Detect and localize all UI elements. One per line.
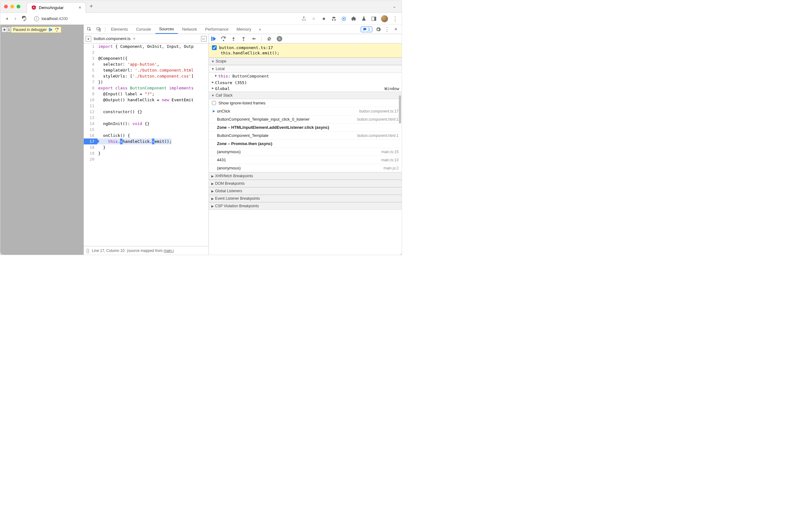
- code-line[interactable]: 4 selector: 'app-button',: [84, 61, 209, 67]
- extension-panel-icon[interactable]: [371, 16, 377, 22]
- gutter-line-number[interactable]: 15: [84, 127, 97, 133]
- callstack-frame[interactable]: Zone – Promise.then (async): [209, 140, 402, 148]
- step-into-icon[interactable]: [231, 36, 236, 42]
- code-line[interactable]: 18 }: [84, 145, 209, 150]
- step-mini-icon[interactable]: [55, 27, 59, 32]
- code-line[interactable]: 2: [84, 50, 209, 55]
- frame-location[interactable]: main.ts:15: [381, 150, 399, 154]
- profile-avatar[interactable]: [381, 15, 388, 22]
- code-line[interactable]: 10 @Output() handleClick = new EventEmit: [84, 97, 209, 103]
- devtools-menu-icon[interactable]: ⋮: [384, 26, 390, 33]
- close-file-icon[interactable]: ×: [133, 36, 136, 41]
- tab-console[interactable]: Console: [132, 25, 155, 34]
- scope-this-row[interactable]: ▶this:ButtonComponent: [209, 73, 402, 79]
- global-listeners-header[interactable]: ▶Global Listeners: [209, 187, 402, 195]
- tabs-menu-icon[interactable]: ⌄: [393, 4, 396, 9]
- gutter-line-number[interactable]: 16: [84, 133, 97, 138]
- scrollbar-thumb[interactable]: [399, 95, 401, 124]
- gutter-line-number[interactable]: 19: [84, 150, 97, 156]
- gutter-line-number[interactable]: 9: [84, 91, 97, 97]
- code-line[interactable]: 15: [84, 127, 209, 133]
- scope-closure-row[interactable]: ▶Closure (355): [209, 80, 402, 86]
- dom-breakpoints-header[interactable]: ▶DOM Breakpoints: [209, 180, 402, 187]
- xhr-breakpoints-header[interactable]: ▶XHR/fetch Breakpoints: [209, 172, 402, 180]
- code-line[interactable]: 9 @Input() label = "?";: [84, 91, 209, 97]
- callstack-frame[interactable]: (anonymous)main.js:2: [209, 164, 402, 172]
- code-line[interactable]: 16 onClick() {: [84, 133, 209, 138]
- gutter-line-number[interactable]: 8: [84, 85, 97, 91]
- maximize-window-button[interactable]: [17, 5, 20, 8]
- tab-memory[interactable]: Memory: [233, 25, 255, 34]
- show-ignored-row[interactable]: Show ignore-listed frames: [209, 99, 402, 107]
- gutter-line-number[interactable]: 2: [84, 50, 97, 55]
- forward-button[interactable]: [13, 16, 18, 22]
- callstack-frame[interactable]: (anonymous)main.ts:15: [209, 148, 402, 156]
- site-info-icon[interactable]: i: [34, 16, 39, 21]
- show-ignored-checkbox[interactable]: [212, 101, 216, 105]
- breakpoint-location[interactable]: button.component.ts:17: [219, 45, 273, 50]
- code-line[interactable]: 5 templateUrl: './button.component.html: [84, 67, 209, 73]
- code-line[interactable]: 17 this.▸handleClick.▸emit();: [84, 138, 209, 145]
- reload-button[interactable]: [22, 16, 27, 22]
- navigator-toggle-icon[interactable]: ▸: [85, 36, 91, 42]
- tab-network[interactable]: Network: [178, 25, 201, 34]
- resume-icon[interactable]: [211, 36, 216, 42]
- gutter-line-number[interactable]: 11: [84, 103, 97, 109]
- gutter-line-number[interactable]: 10: [84, 97, 97, 103]
- extension-incognito-icon[interactable]: [331, 16, 337, 22]
- callstack-frame[interactable]: ➤onClickbutton.component.ts:17: [209, 107, 402, 115]
- browser-tab[interactable]: DemoAngular ×: [26, 2, 86, 13]
- pause-exceptions-icon[interactable]: II: [276, 36, 282, 42]
- code-line[interactable]: 14 ngOnInit(): void {}: [84, 121, 209, 127]
- gutter-line-number[interactable]: 17: [84, 138, 97, 145]
- callstack-frame[interactable]: Zone – HTMLInputElement.addEventListener…: [209, 124, 402, 132]
- address-field[interactable]: i localhost:4200: [30, 16, 298, 21]
- callstack-header[interactable]: ▼Call Stack: [209, 92, 402, 99]
- issues-badge[interactable]: 1: [361, 26, 372, 32]
- gutter-line-number[interactable]: 7: [84, 79, 97, 85]
- step-out-icon[interactable]: [241, 36, 246, 42]
- extension-flask-icon[interactable]: [361, 16, 367, 22]
- gutter-line-number[interactable]: 14: [84, 121, 97, 127]
- code-line[interactable]: 11: [84, 103, 209, 109]
- scope-global-row[interactable]: ▶GlobalWindow: [209, 86, 402, 92]
- frame-location[interactable]: main.js:2: [384, 166, 399, 170]
- scope-local-header[interactable]: ▼Local: [209, 65, 402, 73]
- callstack-frame[interactable]: ButtonComponent_Templatebutton.component…: [209, 132, 402, 140]
- gutter-line-number[interactable]: 1: [84, 43, 97, 50]
- csp-breakpoints-header[interactable]: ▶CSP Violation Breakpoints: [209, 202, 402, 210]
- breakpoint-checkbox[interactable]: [212, 45, 217, 50]
- code-line[interactable]: 7}): [84, 79, 209, 85]
- scope-header[interactable]: ▼Scope: [209, 58, 402, 65]
- extension-skull-icon[interactable]: ☻: [321, 16, 327, 22]
- pretty-print-icon[interactable]: {}: [86, 248, 90, 253]
- settings-gear-icon[interactable]: [376, 26, 381, 32]
- callstack-frame[interactable]: 4431main.ts:13: [209, 156, 402, 164]
- back-button[interactable]: [4, 16, 10, 22]
- close-tab-icon[interactable]: ×: [79, 5, 81, 10]
- code-editor[interactable]: 1import { Component, OnInit, Input, Outp…: [84, 43, 209, 246]
- new-tab-button[interactable]: +: [90, 3, 93, 10]
- share-icon[interactable]: [301, 16, 307, 22]
- code-line[interactable]: 12 constructor() {}: [84, 109, 209, 115]
- event-listener-breakpoints-header[interactable]: ▶Event Listener Breakpoints: [209, 195, 402, 202]
- extensions-puzzle-icon[interactable]: [351, 16, 357, 22]
- gutter-line-number[interactable]: 12: [84, 109, 97, 115]
- more-tabs-icon[interactable]: »: [256, 25, 265, 34]
- gutter-line-number[interactable]: 4: [84, 61, 97, 67]
- tab-performance[interactable]: Performance: [201, 25, 232, 34]
- extension-eye-icon[interactable]: [341, 16, 347, 22]
- gutter-line-number[interactable]: 6: [84, 73, 97, 79]
- minimize-window-button[interactable]: [10, 5, 14, 8]
- frame-location[interactable]: button.component.html:1: [357, 117, 399, 121]
- step-icon[interactable]: [251, 36, 256, 42]
- close-window-button[interactable]: [4, 5, 8, 8]
- device-toggle-icon[interactable]: [94, 25, 103, 34]
- gutter-line-number[interactable]: 5: [84, 67, 97, 73]
- tab-sources[interactable]: Sources: [155, 25, 178, 34]
- code-line[interactable]: 19}: [84, 150, 209, 156]
- file-tab[interactable]: button.component.ts ×: [94, 36, 135, 41]
- browser-menu-icon[interactable]: ⋮: [392, 16, 398, 22]
- close-devtools-icon[interactable]: ✕: [393, 26, 399, 32]
- inspect-element-icon[interactable]: [85, 25, 94, 34]
